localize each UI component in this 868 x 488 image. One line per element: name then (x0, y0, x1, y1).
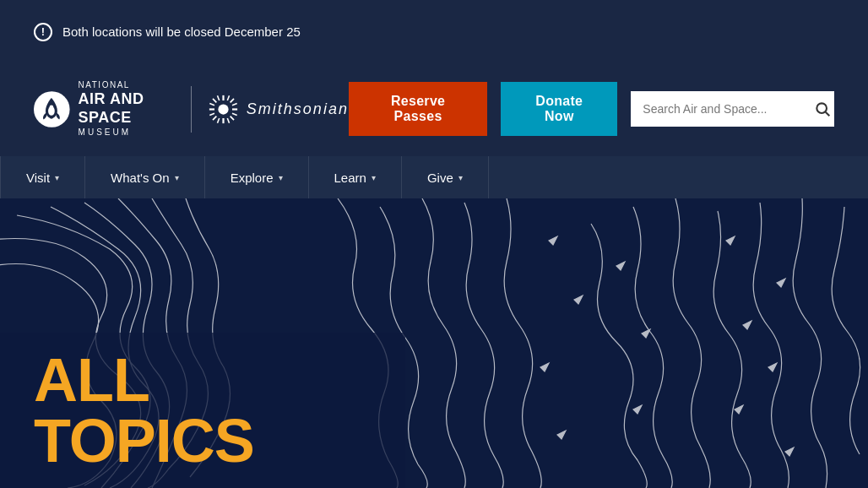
chevron-down-icon: ▾ (372, 173, 376, 182)
alert-icon: ! (34, 23, 52, 41)
svg-line-12 (209, 103, 214, 105)
nav-item-give[interactable]: Give ▾ (402, 156, 489, 198)
nav-item-learn[interactable]: Learn ▾ (309, 156, 402, 198)
header-actions: Reserve Passes Donate Now (349, 82, 834, 136)
nav-item-explore[interactable]: Explore ▾ (205, 156, 309, 198)
svg-line-8 (213, 98, 216, 101)
svg-line-18 (232, 103, 237, 105)
svg-line-9 (230, 116, 233, 119)
search-icon (814, 100, 831, 117)
search-container (631, 91, 834, 127)
logo-museum: MUSEUM (79, 127, 174, 138)
nav-item-whats-on[interactable]: What's On ▾ (85, 156, 205, 198)
logo-text: NATIONAL AIR AND SPACE MUSEUM (79, 80, 174, 137)
smithsonian-label: Smithsonian (247, 100, 349, 118)
hero-title: All Topics (34, 350, 372, 471)
logo-air-space: AIR AND SPACE (79, 90, 174, 127)
svg-line-10 (230, 98, 233, 101)
alert-text: Both locations will be closed December 2… (62, 24, 301, 39)
donate-now-button[interactable]: Donate Now (501, 82, 617, 136)
smithsonian-sun-icon (209, 95, 238, 124)
nav-bar: Visit ▾ What's On ▾ Explore ▾ Learn ▾ Gi… (0, 156, 868, 198)
logo-divider (191, 86, 192, 133)
logo-container: NATIONAL AIR AND SPACE MUSEUM (34, 80, 349, 137)
chevron-down-icon: ▾ (175, 173, 179, 182)
reserve-passes-button[interactable]: Reserve Passes (349, 82, 487, 136)
chevron-down-icon: ▾ (55, 173, 59, 182)
svg-line-19 (209, 113, 214, 115)
svg-line-15 (227, 118, 229, 123)
svg-point-2 (50, 105, 54, 109)
search-button[interactable] (802, 92, 834, 126)
search-input[interactable] (631, 91, 802, 127)
svg-line-13 (232, 113, 237, 115)
hero-content: All Topics (0, 333, 405, 488)
svg-point-3 (218, 104, 228, 114)
nav-item-visit[interactable]: Visit ▾ (0, 156, 85, 198)
svg-point-20 (817, 103, 827, 113)
logo-national: NATIONAL (79, 80, 174, 90)
logo-left: NATIONAL AIR AND SPACE MUSEUM (34, 80, 174, 137)
hero-section: All Topics (0, 198, 868, 488)
svg-line-21 (826, 112, 830, 117)
logo-rocket-icon (34, 86, 70, 133)
chevron-down-icon: ▾ (279, 173, 283, 182)
chevron-down-icon: ▾ (458, 173, 463, 182)
svg-line-14 (217, 95, 219, 100)
smithsonian-logo: Smithsonian (209, 95, 349, 124)
svg-line-17 (217, 118, 219, 123)
alert-banner: ! Both locations will be closed December… (0, 0, 868, 63)
header: NATIONAL AIR AND SPACE MUSEUM (0, 63, 868, 156)
svg-line-16 (227, 95, 229, 100)
svg-line-11 (213, 116, 216, 119)
